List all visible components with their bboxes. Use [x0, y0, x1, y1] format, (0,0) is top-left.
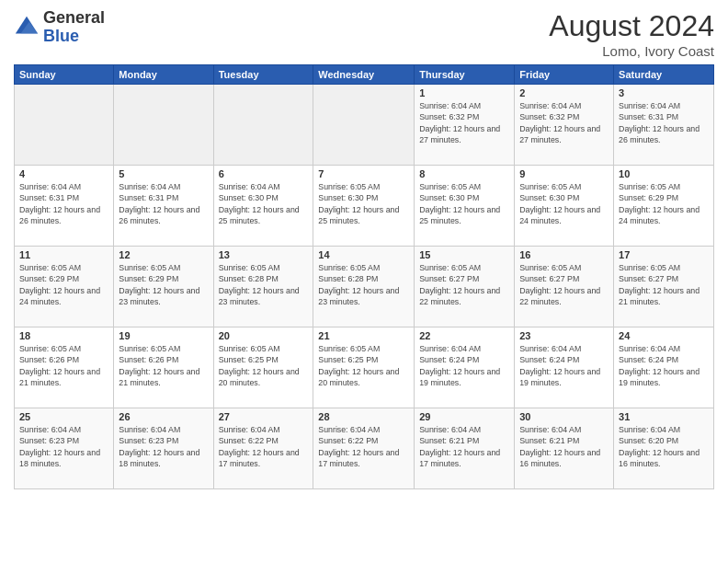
calendar-week-3: 11Sunrise: 6:05 AM Sunset: 6:29 PM Dayli… [15, 247, 714, 327]
day-number: 15 [419, 249, 509, 260]
day-detail: Sunrise: 6:05 AM Sunset: 6:26 PM Dayligh… [119, 343, 208, 388]
day-detail: Sunrise: 6:05 AM Sunset: 6:27 PM Dayligh… [419, 262, 509, 307]
location: Lomo, Ivory Coast [549, 43, 714, 59]
col-saturday: Saturday [614, 65, 714, 85]
day-number: 1 [419, 87, 509, 98]
day-detail: Sunrise: 6:05 AM Sunset: 6:25 PM Dayligh… [318, 343, 409, 388]
day-detail: Sunrise: 6:05 AM Sunset: 6:29 PM Dayligh… [19, 262, 108, 307]
day-detail: Sunrise: 6:05 AM Sunset: 6:27 PM Dayligh… [519, 262, 609, 307]
table-cell [15, 85, 114, 166]
day-detail: Sunrise: 6:04 AM Sunset: 6:20 PM Dayligh… [619, 424, 709, 469]
table-cell: 9Sunrise: 6:05 AM Sunset: 6:30 PM Daylig… [515, 166, 614, 247]
day-number: 20 [219, 330, 309, 341]
calendar-week-1: 1Sunrise: 6:04 AM Sunset: 6:32 PM Daylig… [15, 85, 714, 166]
day-detail: Sunrise: 6:05 AM Sunset: 6:30 PM Dayligh… [318, 181, 409, 226]
table-cell: 5Sunrise: 6:04 AM Sunset: 6:31 PM Daylig… [114, 166, 213, 247]
table-cell: 27Sunrise: 6:04 AM Sunset: 6:22 PM Dayli… [213, 408, 313, 489]
day-detail: Sunrise: 6:05 AM Sunset: 6:30 PM Dayligh… [519, 181, 609, 226]
table-cell: 7Sunrise: 6:05 AM Sunset: 6:30 PM Daylig… [313, 166, 415, 247]
logo-icon [14, 15, 40, 40]
day-number: 2 [519, 87, 609, 98]
table-cell: 13Sunrise: 6:05 AM Sunset: 6:28 PM Dayli… [213, 247, 313, 327]
day-number: 7 [318, 168, 409, 179]
day-number: 12 [119, 249, 208, 260]
table-cell: 22Sunrise: 6:04 AM Sunset: 6:24 PM Dayli… [415, 327, 515, 408]
day-number: 3 [619, 87, 709, 98]
table-cell: 21Sunrise: 6:05 AM Sunset: 6:25 PM Dayli… [313, 327, 415, 408]
day-detail: Sunrise: 6:04 AM Sunset: 6:32 PM Dayligh… [519, 100, 609, 145]
table-cell: 30Sunrise: 6:04 AM Sunset: 6:21 PM Dayli… [515, 408, 614, 489]
table-cell: 23Sunrise: 6:04 AM Sunset: 6:24 PM Dayli… [515, 327, 614, 408]
table-cell: 17Sunrise: 6:05 AM Sunset: 6:27 PM Dayli… [614, 247, 714, 327]
table-cell: 29Sunrise: 6:04 AM Sunset: 6:21 PM Dayli… [415, 408, 515, 489]
day-detail: Sunrise: 6:05 AM Sunset: 6:26 PM Dayligh… [19, 343, 108, 388]
table-cell [313, 85, 415, 166]
day-number: 22 [419, 330, 509, 341]
day-number: 31 [619, 411, 709, 422]
day-detail: Sunrise: 6:05 AM Sunset: 6:29 PM Dayligh… [119, 262, 208, 307]
table-cell: 16Sunrise: 6:05 AM Sunset: 6:27 PM Dayli… [515, 247, 614, 327]
table-cell: 28Sunrise: 6:04 AM Sunset: 6:22 PM Dayli… [313, 408, 415, 489]
day-number: 14 [318, 249, 409, 260]
calendar-week-4: 18Sunrise: 6:05 AM Sunset: 6:26 PM Dayli… [15, 327, 714, 408]
col-tuesday: Tuesday [213, 65, 313, 85]
title-block: August 2024 Lomo, Ivory Coast [549, 9, 714, 59]
day-detail: Sunrise: 6:05 AM Sunset: 6:28 PM Dayligh… [318, 262, 409, 307]
table-cell: 6Sunrise: 6:04 AM Sunset: 6:30 PM Daylig… [213, 166, 313, 247]
day-detail: Sunrise: 6:05 AM Sunset: 6:30 PM Dayligh… [419, 181, 509, 226]
table-cell: 11Sunrise: 6:05 AM Sunset: 6:29 PM Dayli… [15, 247, 114, 327]
day-detail: Sunrise: 6:04 AM Sunset: 6:32 PM Dayligh… [419, 100, 509, 145]
day-detail: Sunrise: 6:05 AM Sunset: 6:29 PM Dayligh… [619, 181, 709, 226]
table-cell: 20Sunrise: 6:05 AM Sunset: 6:25 PM Dayli… [213, 327, 313, 408]
table-cell: 8Sunrise: 6:05 AM Sunset: 6:30 PM Daylig… [415, 166, 515, 247]
month-year: August 2024 [549, 9, 714, 43]
day-number: 4 [19, 168, 108, 179]
table-cell: 18Sunrise: 6:05 AM Sunset: 6:26 PM Dayli… [15, 327, 114, 408]
table-cell [114, 85, 213, 166]
table-cell: 4Sunrise: 6:04 AM Sunset: 6:31 PM Daylig… [15, 166, 114, 247]
logo: General Blue [14, 9, 105, 46]
col-monday: Monday [114, 65, 213, 85]
day-number: 5 [119, 168, 208, 179]
col-sunday: Sunday [15, 65, 114, 85]
table-cell: 2Sunrise: 6:04 AM Sunset: 6:32 PM Daylig… [515, 85, 614, 166]
day-number: 25 [19, 411, 108, 422]
calendar-week-2: 4Sunrise: 6:04 AM Sunset: 6:31 PM Daylig… [15, 166, 714, 247]
day-number: 23 [519, 330, 609, 341]
day-number: 30 [519, 411, 609, 422]
calendar-week-5: 25Sunrise: 6:04 AM Sunset: 6:23 PM Dayli… [15, 408, 714, 489]
header: General Blue August 2024 Lomo, Ivory Coa… [14, 9, 714, 59]
day-number: 19 [119, 330, 208, 341]
day-detail: Sunrise: 6:04 AM Sunset: 6:24 PM Dayligh… [619, 343, 709, 388]
table-cell: 31Sunrise: 6:04 AM Sunset: 6:20 PM Dayli… [614, 408, 714, 489]
day-number: 28 [318, 411, 409, 422]
day-detail: Sunrise: 6:04 AM Sunset: 6:24 PM Dayligh… [419, 343, 509, 388]
table-cell: 12Sunrise: 6:05 AM Sunset: 6:29 PM Dayli… [114, 247, 213, 327]
day-detail: Sunrise: 6:04 AM Sunset: 6:23 PM Dayligh… [19, 424, 108, 469]
day-number: 26 [119, 411, 208, 422]
day-detail: Sunrise: 6:05 AM Sunset: 6:25 PM Dayligh… [219, 343, 309, 388]
day-number: 21 [318, 330, 409, 341]
logo-blue-text: Blue [43, 27, 79, 45]
day-number: 8 [419, 168, 509, 179]
col-thursday: Thursday [415, 65, 515, 85]
day-detail: Sunrise: 6:04 AM Sunset: 6:31 PM Dayligh… [19, 181, 108, 226]
day-detail: Sunrise: 6:05 AM Sunset: 6:28 PM Dayligh… [219, 262, 309, 307]
day-detail: Sunrise: 6:04 AM Sunset: 6:21 PM Dayligh… [519, 424, 609, 469]
table-cell: 26Sunrise: 6:04 AM Sunset: 6:23 PM Dayli… [114, 408, 213, 489]
day-number: 6 [219, 168, 309, 179]
calendar-header-row: Sunday Monday Tuesday Wednesday Thursday… [15, 65, 714, 85]
table-cell: 15Sunrise: 6:05 AM Sunset: 6:27 PM Dayli… [415, 247, 515, 327]
day-detail: Sunrise: 6:04 AM Sunset: 6:31 PM Dayligh… [619, 100, 709, 145]
day-detail: Sunrise: 6:04 AM Sunset: 6:21 PM Dayligh… [419, 424, 509, 469]
day-detail: Sunrise: 6:04 AM Sunset: 6:24 PM Dayligh… [519, 343, 609, 388]
day-number: 10 [619, 168, 709, 179]
day-number: 18 [19, 330, 108, 341]
day-number: 16 [519, 249, 609, 260]
table-cell: 1Sunrise: 6:04 AM Sunset: 6:32 PM Daylig… [415, 85, 515, 166]
day-number: 17 [619, 249, 709, 260]
logo-general-text: General [43, 8, 105, 27]
day-number: 9 [519, 168, 609, 179]
table-cell: 24Sunrise: 6:04 AM Sunset: 6:24 PM Dayli… [614, 327, 714, 408]
day-number: 27 [219, 411, 309, 422]
